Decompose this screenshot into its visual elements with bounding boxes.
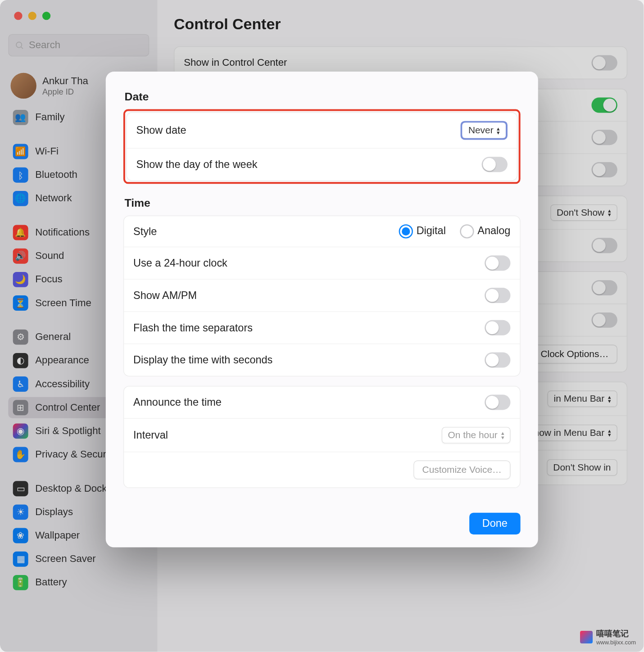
done-button[interactable]: Done bbox=[469, 513, 521, 534]
interval-select[interactable]: On the hour▴▾ bbox=[441, 427, 510, 444]
row-label: Show date bbox=[136, 124, 186, 136]
row-day-of-week: Show the day of the week bbox=[127, 148, 517, 181]
row-style: Style Digital Analog bbox=[124, 216, 520, 247]
row-label: Style bbox=[133, 225, 157, 237]
row-label: Flash the time separators bbox=[133, 321, 253, 334]
row-ampm: Show AM/PM bbox=[124, 279, 520, 312]
row-label: Display the time with seconds bbox=[133, 354, 272, 366]
radio-icon bbox=[399, 224, 413, 238]
row-announce: Announce the time bbox=[124, 386, 520, 418]
customize-voice-button[interactable]: Customize Voice… bbox=[413, 461, 510, 480]
section-title-date: Date bbox=[125, 91, 521, 104]
toggle-announce[interactable] bbox=[485, 394, 510, 410]
row-label: Use a 24-hour clock bbox=[133, 257, 227, 269]
highlight-box: Show date Never ▴▾ Show the day of the w… bbox=[123, 109, 521, 184]
row-interval: Interval On the hour▴▾ bbox=[124, 418, 520, 452]
row-show-date: Show date Never ▴▾ bbox=[127, 113, 517, 148]
section-title-time: Time bbox=[125, 197, 521, 210]
chevron-updown-icon: ▴▾ bbox=[501, 431, 504, 439]
row-label: Show AM/PM bbox=[133, 289, 197, 301]
watermark-logo-icon bbox=[580, 631, 593, 643]
toggle-ampm[interactable] bbox=[485, 288, 510, 303]
watermark-text: 嘻嘻笔记 bbox=[596, 628, 636, 639]
system-settings-window: Search Ankur Tha Apple ID 👥 Family 📶Wi-F… bbox=[0, 0, 644, 652]
row-seconds: Display the time with seconds bbox=[124, 344, 520, 376]
toggle-24h[interactable] bbox=[485, 255, 510, 271]
row-24h: Use a 24-hour clock bbox=[124, 247, 520, 279]
toggle-day-of-week[interactable] bbox=[482, 157, 508, 172]
chevron-updown-icon: ▴▾ bbox=[497, 126, 500, 134]
radio-analog[interactable]: Analog bbox=[460, 224, 510, 238]
radio-digital[interactable]: Digital bbox=[399, 224, 445, 238]
show-date-select[interactable]: Never ▴▾ bbox=[463, 123, 506, 138]
watermark: 嘻嘻笔记 www.bijixx.com bbox=[580, 628, 636, 646]
toggle-flash[interactable] bbox=[485, 320, 510, 335]
row-label: Interval bbox=[133, 429, 168, 441]
show-date-select-focus: Never ▴▾ bbox=[461, 121, 508, 140]
row-flash: Flash the time separators bbox=[124, 311, 520, 344]
clock-options-sheet: Date Show date Never ▴▾ Show the day of bbox=[106, 72, 538, 547]
row-label: Announce the time bbox=[133, 396, 222, 408]
radio-icon bbox=[460, 224, 474, 238]
row-label: Show the day of the week bbox=[136, 158, 258, 171]
row-customize-voice: Customize Voice… bbox=[124, 452, 520, 488]
watermark-url: www.bijixx.com bbox=[596, 639, 636, 646]
toggle-seconds[interactable] bbox=[485, 353, 510, 368]
